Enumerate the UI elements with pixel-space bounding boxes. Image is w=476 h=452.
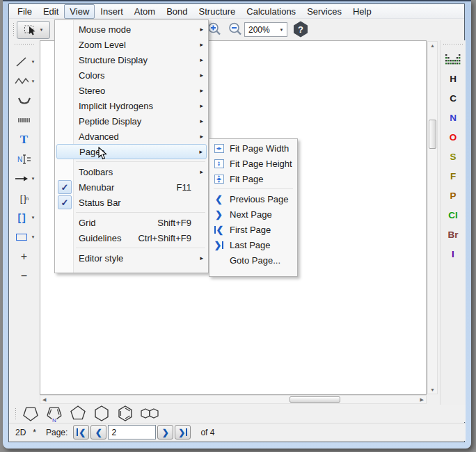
submenu-item-fit-page-width[interactable]: ◀▶ Fit Page Width <box>209 140 297 156</box>
template-cyclohexane[interactable] <box>92 405 111 422</box>
template-cyclopentane-down[interactable] <box>21 405 40 422</box>
submenu-arrow-icon: ▸ <box>200 72 203 79</box>
menu-item-status-bar[interactable]: ✓ Status Bar <box>56 195 207 210</box>
submenu-item-goto-page[interactable]: Goto Page... <box>209 252 297 268</box>
element-P[interactable]: P <box>441 186 466 205</box>
menu-item-label: Zoom Level <box>79 40 126 50</box>
menu-item-label: Peptide Display <box>79 116 141 127</box>
minus-icon: − <box>16 270 33 282</box>
multiple-bond-tool[interactable] <box>9 111 39 130</box>
scroll-up-icon[interactable]: ▲ <box>428 43 437 48</box>
element-C[interactable]: C <box>441 88 466 108</box>
element-S[interactable]: S <box>441 147 466 166</box>
vertical-scrollbar-thumb[interactable] <box>429 120 436 149</box>
menu-item-structure-display[interactable]: Structure Display ▸ <box>56 52 207 67</box>
menu-item-peptide-display[interactable]: Peptide Display ▸ <box>56 113 207 129</box>
menu-item-zoom-level[interactable]: Zoom Level ▸ <box>56 37 207 52</box>
menu-structure[interactable]: Structure <box>193 4 241 19</box>
rectangle-dropdown-icon[interactable]: ▼ <box>31 235 35 239</box>
arrow-dropdown-icon[interactable]: ▼ <box>31 177 35 181</box>
zoom-level-combobox[interactable]: 200% ▼ <box>244 22 287 37</box>
bracket-dropdown-icon[interactable]: ▼ <box>31 216 35 220</box>
menu-services[interactable]: Services <box>301 4 347 19</box>
horizontal-scrollbar-thumb[interactable] <box>289 396 340 403</box>
combobox-dropdown-icon[interactable]: ▼ <box>276 28 287 32</box>
submenu-item-last-page[interactable]: ❯ Goto Page... Last Page <box>209 237 297 252</box>
decrease-charge-tool[interactable]: − <box>9 266 39 286</box>
text-tool[interactable]: T <box>9 130 39 150</box>
arrow-tool[interactable]: ▼ <box>9 169 39 188</box>
app-content: File Edit View Insert Atom Bond Structur… <box>8 3 465 442</box>
chain-dropdown-icon[interactable]: ▼ <box>31 79 35 83</box>
menu-item-menubar[interactable]: ✓ Menubar F11 <box>56 179 207 195</box>
selection-dropdown-icon[interactable]: ▼ <box>40 28 44 32</box>
menu-item-stereo[interactable]: Stereo ▸ <box>56 83 207 98</box>
submenu-item-previous-page[interactable]: ❮ Previous Page <box>209 191 297 207</box>
template-benzene[interactable] <box>116 405 135 422</box>
element-Br[interactable]: Br <box>441 225 466 244</box>
menu-item-editor-style[interactable]: Editor style ▸ <box>56 250 207 266</box>
template-pyrrole[interactable]: N <box>45 405 64 422</box>
element-F[interactable]: F <box>441 166 466 186</box>
element-N[interactable]: N <box>441 108 466 127</box>
page-number-input[interactable] <box>108 425 156 439</box>
element-O[interactable]: O <box>441 127 466 147</box>
template-fused-rings[interactable] <box>139 407 161 421</box>
menu-item-implicit-hydrogens[interactable]: Implicit Hydrogens ▸ <box>56 98 207 113</box>
menu-file[interactable]: File <box>12 4 38 19</box>
menu-item-colors[interactable]: Colors ▸ <box>56 67 207 83</box>
submenu-item-next-page[interactable]: ❯ Next Page <box>209 207 297 222</box>
menu-item-toolbars[interactable]: Toolbars ▸ <box>56 164 207 179</box>
help-button[interactable]: ? <box>292 21 309 40</box>
menu-item-mouse-mode[interactable]: Mouse mode ▸ <box>56 22 207 37</box>
menu-edit[interactable]: Edit <box>38 4 64 19</box>
submenu-item-fit-page[interactable]: ▲◀▶▼ Fit Page <box>209 171 297 186</box>
menu-atom[interactable]: Atom <box>129 4 161 19</box>
menu-help[interactable]: Help <box>347 4 377 19</box>
menu-insert[interactable]: Insert <box>95 4 129 19</box>
previous-page-button[interactable]: ❮ <box>90 425 106 439</box>
element-Cl[interactable]: Cl <box>441 205 466 225</box>
menu-bond[interactable]: Bond <box>161 4 193 19</box>
element-H[interactable]: H <box>441 69 466 88</box>
element-I[interactable]: I <box>441 244 466 264</box>
chain-tool[interactable]: ▼ <box>9 72 39 91</box>
arc-tool[interactable] <box>9 91 39 111</box>
atom-label-tool[interactable]: N <box>9 150 39 169</box>
menu-view[interactable]: View <box>64 4 95 19</box>
submenu-item-fit-page-height[interactable]: ▲▼ Fit Page Height <box>209 156 297 171</box>
template-bar-grip[interactable] <box>15 407 17 420</box>
menu-item-guidelines[interactable]: Guidelines Ctrl+Shift+F9 <box>56 230 207 245</box>
menu-calculations[interactable]: Calculations <box>241 4 301 19</box>
next-page-button[interactable]: ❯ <box>157 425 173 439</box>
toolbar-grip[interactable] <box>13 22 15 38</box>
first-page-icon: ❮ <box>79 428 86 437</box>
bond-tool[interactable]: ▼ <box>9 52 39 72</box>
scroll-right-icon[interactable]: ▶ <box>420 397 424 403</box>
left-toolbar-grip[interactable] <box>14 43 35 45</box>
dimension-mode-label[interactable]: 2D <box>15 428 26 437</box>
selection-tool-button[interactable]: ▼ <box>17 21 50 39</box>
repeat-group-tool[interactable]: [ ]n <box>9 188 39 208</box>
rectangle-tool[interactable]: ▼ <box>9 227 39 247</box>
menu-item-grid[interactable]: Grid Shift+F9 <box>56 215 207 230</box>
element-palette-grip[interactable] <box>443 43 463 45</box>
submenu-item-first-page[interactable]: ❮ First Page <box>209 222 297 237</box>
template-cyclopentane[interactable] <box>68 405 88 422</box>
scroll-left-icon[interactable]: ◀ <box>42 397 46 403</box>
plus-icon: + <box>16 250 33 263</box>
bond-dropdown-icon[interactable]: ▼ <box>31 60 35 64</box>
bracket-tool[interactable]: [ ] ▼ <box>9 208 39 227</box>
periodic-table-icon[interactable] <box>445 49 461 69</box>
menu-item-advanced[interactable]: Advanced ▸ <box>56 129 207 144</box>
scroll-down-icon[interactable]: ▼ <box>428 387 437 392</box>
submenu-arrow-icon: ▸ <box>200 41 203 48</box>
first-page-button[interactable]: ❮ <box>73 425 89 439</box>
zoom-out-icon[interactable] <box>228 22 244 38</box>
vertical-scrollbar[interactable]: ▲ ▼ <box>427 41 438 394</box>
last-page-button[interactable]: ❯ <box>175 425 191 439</box>
increase-charge-tool[interactable]: + <box>9 247 39 266</box>
menu-item-pages[interactable]: Pages ▸ <box>56 144 207 159</box>
zoom-in-icon[interactable] <box>207 22 223 38</box>
horizontal-scrollbar[interactable]: ◀ ▶ <box>40 395 427 404</box>
